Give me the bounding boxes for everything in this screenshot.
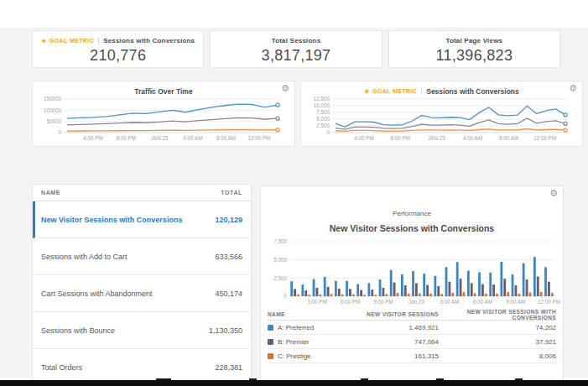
svg-text:3:00 AM: 3:00 AM: [440, 299, 459, 305]
sessions-with-conversions-card: ★ GOAL METRIC Sessions with Conversions …: [300, 81, 583, 147]
goal-metric-chip: ★ GOAL METRIC: [364, 88, 417, 95]
series-color-swatch: [268, 339, 273, 345]
performance-panel: ⚙ Performance New Visitor Sessions with …: [260, 185, 564, 385]
gear-icon[interactable]: ⚙: [281, 84, 289, 93]
metric-total: 450,174: [215, 290, 242, 298]
performance-row-preferred[interactable]: A: Preferred 1,469,921 74,202: [268, 321, 556, 335]
bottom-window-edge: [0, 380, 588, 386]
svg-text:12,500: 12,500: [314, 96, 330, 102]
kpi-card-row: ★ GOAL METRIC Sessions with Conversions …: [32, 30, 560, 68]
window-edge-nub: [361, 378, 368, 380]
chart-title: Sessions with Conversions: [426, 87, 519, 96]
window-edge-nub: [436, 378, 444, 380]
svg-text:50000: 50000: [46, 118, 61, 124]
kpi-value: 210,776: [33, 47, 203, 65]
goal-metric-label: GOAL METRIC: [49, 38, 94, 44]
traffic-over-time-card: Traffic Over Time ⚙ 1500001000005000004:…: [32, 81, 295, 147]
metric-name: Cart Sessions with Abandonment: [41, 290, 153, 298]
segment-conversions: 8,006: [439, 352, 556, 360]
svg-text:12:00 PM: 12:00 PM: [248, 135, 271, 141]
metrics-row-add-to-cart[interactable]: Sessions with Add to Cart 633,566: [33, 238, 251, 275]
svg-text:100000: 100000: [44, 107, 62, 113]
svg-text:5,000: 5,000: [273, 257, 287, 263]
metric-total: 228,381: [215, 363, 242, 372]
metrics-row-cart-abandonment[interactable]: Cart Sessions with Abandonment 450,174: [33, 275, 251, 312]
svg-text:0: 0: [326, 129, 330, 135]
gear-icon[interactable]: ⚙: [549, 189, 558, 198]
metrics-row-new-visitor-sessions[interactable]: New Visitor Sessions with Conversions 12…: [33, 201, 251, 238]
star-icon: ★: [364, 88, 370, 95]
metrics-table-header: NAME TOTAL: [33, 185, 251, 201]
kpi-label-row: ★ GOAL METRIC Sessions with Conversions: [33, 37, 203, 44]
svg-text:0: 0: [284, 293, 287, 299]
metric-total: 120,129: [215, 216, 242, 224]
svg-text:JAN 23: JAN 23: [428, 135, 445, 141]
panel-subtitle: Performance: [261, 210, 563, 217]
kpi-value: 3,817,197: [211, 47, 381, 65]
kpi-card-sessions-with-conversions: ★ GOAL METRIC Sessions with Conversions …: [32, 30, 204, 68]
segment-conversions: 37,921: [439, 338, 556, 346]
metric-name: New Visitor Sessions with Conversions: [41, 216, 182, 224]
performance-row-premier[interactable]: B: Premier 747,064 37,921: [268, 335, 556, 349]
svg-text:12:00 PM: 12:00 PM: [538, 299, 560, 305]
segment-sessions: 161,315: [346, 352, 439, 360]
performance-table-header: NAME NEW VISITOR SESSIONS NEW VISITOR SE…: [268, 309, 556, 321]
segment-sessions: 1,469,921: [346, 324, 439, 331]
svg-text:8:00 PM: 8:00 PM: [390, 135, 409, 141]
gear-icon[interactable]: ⚙: [569, 84, 577, 93]
svg-text:6:00 PM: 6:00 PM: [341, 299, 360, 305]
kpi-value: 11,396,823: [389, 47, 559, 65]
performance-bar-chart: 7,5005,0002,50003:00 PM6:00 PM9:00 PMJan…: [264, 237, 561, 307]
performance-row-prestige[interactable]: C: Prestige 161,315 8,006: [268, 349, 556, 363]
svg-text:Jan 23: Jan 23: [408, 299, 424, 305]
metric-name: Sessions with Bounce: [41, 326, 115, 335]
svg-text:9:00 PM: 9:00 PM: [373, 299, 393, 305]
window-edge-nub: [156, 378, 171, 380]
metric-name: Total Orders: [41, 363, 82, 372]
kpi-title: Sessions with Conversions: [103, 37, 195, 44]
divider: [421, 87, 422, 95]
kpi-card-total-page-views: Total Page Views 11,396,823: [388, 30, 560, 68]
series-color-swatch: [268, 325, 273, 331]
svg-text:7,500: 7,500: [273, 238, 287, 244]
sessions-with-conversions-chart: 12,50010,0007,5005,0002,50004:00 PM8:00 …: [304, 96, 580, 143]
svg-text:8:00 PM: 8:00 PM: [117, 135, 136, 141]
svg-text:4:00 PM: 4:00 PM: [83, 135, 102, 141]
svg-text:4:00 AM: 4:00 AM: [183, 135, 202, 141]
dashboard-background: ★ GOAL METRIC Sessions with Conversions …: [0, 28, 588, 378]
svg-text:2,500: 2,500: [273, 275, 287, 281]
column-header-name: NAME: [268, 311, 346, 317]
window-edge-nub: [515, 378, 523, 380]
kpi-title: Total Page Views: [445, 37, 502, 44]
svg-text:10,000: 10,000: [314, 102, 330, 108]
column-header-total: TOTAL: [221, 190, 242, 196]
column-header-sessions: NEW VISITOR SESSIONS: [346, 311, 439, 317]
svg-text:5,000: 5,000: [316, 116, 330, 122]
column-header-name: NAME: [41, 190, 60, 196]
svg-text:4:00 PM: 4:00 PM: [354, 135, 373, 141]
svg-text:2,500: 2,500: [316, 123, 330, 128]
svg-text:150000: 150000: [44, 96, 62, 102]
metric-total: 633,566: [215, 253, 242, 261]
performance-table: NAME NEW VISITOR SESSIONS NEW VISITOR SE…: [268, 309, 556, 363]
svg-text:4:00 AM: 4:00 AM: [463, 135, 482, 141]
svg-text:6:00 AM: 6:00 AM: [473, 299, 492, 305]
traffic-over-time-chart: 1500001000005000004:00 PM8:00 PMJAN 234:…: [36, 96, 293, 143]
svg-text:8:00 AM: 8:00 AM: [499, 135, 518, 141]
divider: [98, 37, 99, 44]
segment-name: A: Preferred: [278, 324, 314, 331]
chart-title: Traffic Over Time: [134, 87, 192, 96]
segment-conversions: 74,202: [439, 324, 556, 331]
metrics-row-bounce[interactable]: Sessions with Bounce 1,130,350: [33, 312, 251, 349]
segment-name: B: Premier: [278, 338, 310, 346]
svg-text:0: 0: [58, 129, 61, 135]
svg-text:3:00 PM: 3:00 PM: [307, 299, 326, 305]
svg-text:JAN 23: JAN 23: [151, 135, 169, 141]
metrics-table: NAME TOTAL New Visitor Sessions with Con…: [32, 184, 252, 385]
metric-name: Sessions with Add to Cart: [41, 253, 127, 261]
window-edge-nub: [249, 378, 257, 380]
metric-total: 1,130,350: [209, 326, 242, 335]
dashboard: ★ GOAL METRIC Sessions with Conversions …: [0, 0, 588, 386]
svg-text:7,500: 7,500: [316, 109, 330, 115]
svg-text:9:00 AM: 9:00 AM: [506, 299, 525, 305]
